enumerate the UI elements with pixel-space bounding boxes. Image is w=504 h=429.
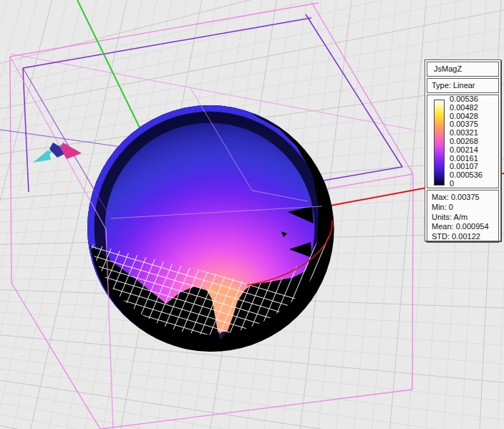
legend-scale-value: 0.00482 bbox=[450, 104, 498, 112]
legend-stat-row: Units: A/m bbox=[432, 213, 498, 223]
legend-scale-value: 0 bbox=[450, 180, 498, 188]
legend-colorbar bbox=[434, 100, 445, 185]
legend-stat-row: Mean: 0.000954 bbox=[432, 222, 498, 232]
legend-title: JsMagZ bbox=[427, 62, 499, 77]
legend-scale-value: 0.00214 bbox=[450, 146, 498, 155]
legend-color-scale: 0.005360.004820.004280.003750.003210.002… bbox=[427, 95, 499, 188]
legend-scale-value: 0.00268 bbox=[450, 138, 498, 146]
legend-scale-values: 0.005360.004820.004280.003750.003210.002… bbox=[450, 95, 498, 188]
legend-panel[interactable]: JsMagZ Type: Linear 0.005360.004820.0042… bbox=[425, 59, 501, 241]
legend-scale-value: 0.000536 bbox=[450, 171, 498, 180]
legend-type-label: Type: Linear bbox=[427, 78, 499, 93]
legend-stats: Max: 0.00375Min: 0Units: A/mMean: 0.0009… bbox=[427, 190, 499, 243]
app-viewport: JsMagZ Type: Linear 0.005360.004820.0042… bbox=[0, 0, 504, 429]
legend-stat-row: STD: 0.00122 bbox=[432, 232, 498, 242]
legend-stat-row: Min: 0 bbox=[432, 203, 498, 213]
legend-stat-row: Max: 0.00375 bbox=[432, 193, 498, 203]
